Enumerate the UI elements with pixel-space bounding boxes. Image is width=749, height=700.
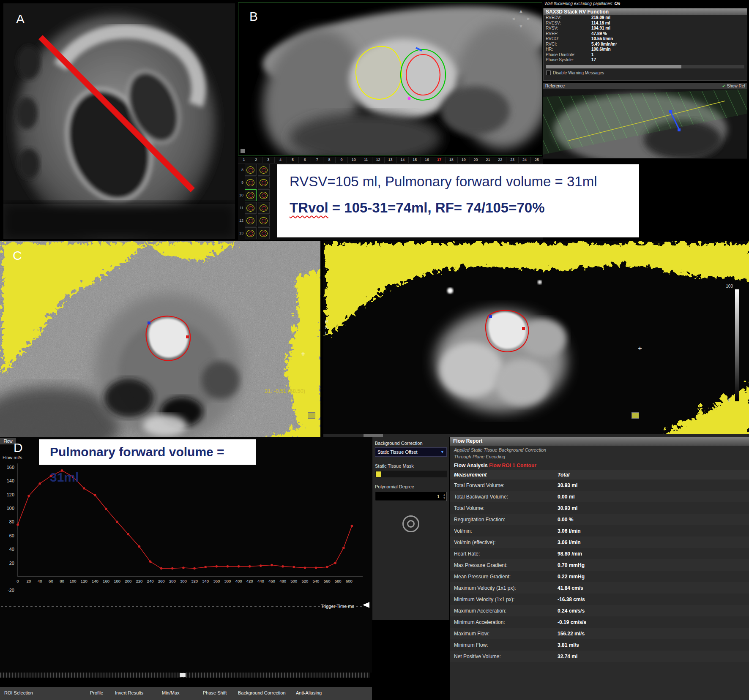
x-tick-label: 500	[290, 579, 297, 583]
rv-metric-row: RVESV:114.18 ml	[544, 21, 747, 26]
rv-metric-row: Phase Diastole:1	[544, 52, 747, 58]
thumbnail-cell[interactable]	[245, 202, 257, 214]
frame-number[interactable]: 22	[494, 157, 506, 163]
frame-number[interactable]: 4	[275, 157, 287, 163]
roi-handle-red[interactable]	[186, 335, 189, 338]
frame-number[interactable]: 2	[250, 157, 262, 163]
roi-handle-red[interactable]	[522, 327, 525, 330]
flow-analysis-value: Flow ROI 1 Contour	[489, 463, 536, 468]
wall-thickening-note: Wall thickening excluding papillaries: O…	[544, 1, 747, 7]
flow-curve-point	[238, 565, 240, 568]
background-correction-dropdown[interactable]: Static Tissue Offset ▼	[375, 447, 447, 457]
background-correction-title: Background Correction	[375, 441, 447, 446]
flow-report-subtitle2: Through Plane Encoding	[450, 452, 749, 459]
phase-slider-thumb[interactable]	[546, 65, 681, 68]
frame-number[interactable]: 18	[446, 157, 458, 163]
thumbnail-cell[interactable]	[258, 215, 270, 226]
pan-left-icon[interactable]: ◄	[511, 16, 516, 21]
orientation-letter: I	[325, 331, 328, 337]
frame-number[interactable]: 17	[433, 157, 446, 163]
toolbar-item-background-correction[interactable]: Background Correction	[238, 690, 286, 695]
frame-number[interactable]: 13	[385, 157, 397, 163]
pan-right-icon[interactable]: ►	[526, 16, 531, 21]
thumbnail-cell[interactable]	[258, 202, 270, 214]
thumbnail-cell[interactable]	[245, 164, 257, 176]
phase-image-viewport-right[interactable]: RAI 100 0 +	[323, 241, 749, 437]
frame-number[interactable]: 7	[311, 157, 323, 163]
scrollbar-thumb[interactable]	[364, 434, 383, 437]
reference-image[interactable]	[543, 89, 747, 158]
frame-number[interactable]: 24	[519, 157, 531, 163]
measurement-value: 41.84 cm/s	[558, 585, 583, 591]
roi-handle-blue[interactable]	[489, 315, 492, 318]
frame-number[interactable]: 9	[336, 157, 348, 163]
frame-number[interactable]: 23	[506, 157, 519, 163]
contour-viewport-b[interactable]: ▲ ◄ ► ▼	[238, 3, 542, 155]
cube-icon[interactable]	[308, 412, 315, 419]
thumbnail-cell[interactable]	[258, 189, 270, 201]
toolbar-item-roi-selection[interactable]: ROI Selection	[4, 690, 33, 695]
flow-curve-point	[227, 565, 229, 568]
polynomial-degree-input[interactable]: 1 ▲ ▼	[375, 492, 447, 501]
thumbnail-cell[interactable]	[258, 164, 270, 176]
toolbar-item-min-max[interactable]: Min/Max	[162, 690, 180, 695]
frame-number[interactable]: 8	[323, 157, 336, 163]
zoom-plus-icon[interactable]: +	[638, 344, 642, 353]
frame-number[interactable]: 25	[531, 157, 543, 163]
rv-endo-contour[interactable]	[356, 46, 402, 99]
frame-number[interactable]: 21	[482, 157, 495, 163]
measurement-value: 30.93 ml	[558, 482, 577, 488]
measurement-value: 3.06 l/min	[558, 528, 581, 534]
cube-icon[interactable]	[631, 412, 639, 419]
frame-number[interactable]: 16	[421, 157, 433, 163]
flow-curve-point	[216, 565, 218, 568]
disable-warnings-label: Disable Warning Messages	[553, 71, 604, 75]
phase-slider[interactable]	[546, 65, 744, 68]
lv-endo-contour[interactable]	[406, 54, 440, 95]
cine-viewport-a[interactable]	[3, 3, 235, 239]
spinner-down-icon[interactable]: ▼	[443, 496, 446, 500]
orientation-letter: A	[325, 325, 328, 331]
checkbox-icon[interactable]	[546, 71, 551, 75]
toolbar-item-profile[interactable]: Profile	[90, 690, 103, 695]
scrub-thumb[interactable]	[180, 673, 186, 677]
flow-toolbar: ROI SelectionProfileInvert ResultsMin/Ma…	[0, 687, 372, 700]
frame-number[interactable]: 19	[458, 157, 470, 163]
frame-number[interactable]: 1	[238, 157, 250, 163]
measurement-label: Minimum Acceleration:	[454, 619, 558, 625]
mask-color-swatch[interactable]	[376, 471, 381, 477]
frame-number[interactable]: 3	[262, 157, 275, 163]
toolbar-item-anti-aliasing[interactable]: Anti-Aliasing	[296, 690, 322, 695]
horizontal-scrollbar[interactable]	[323, 434, 749, 437]
thumbnail-cell[interactable]	[258, 227, 270, 239]
phase-image-viewport-left[interactable]: 31: -0.51 (68.50) +	[0, 241, 320, 437]
measurement-label: Minimum Flow:	[454, 642, 558, 648]
thumbnail-cell[interactable]	[245, 189, 257, 201]
show-ref-toggle[interactable]: ✔ Show Ref	[722, 84, 745, 88]
disable-warnings-row[interactable]: Disable Warning Messages	[544, 70, 747, 76]
pan-up-icon[interactable]: ▲	[519, 9, 523, 14]
zoom-plus-icon[interactable]: +	[301, 350, 305, 358]
toolbar-item-phase-shift[interactable]: Phase Shift	[203, 690, 227, 695]
toolbar-item-invert-results[interactable]: Invert Results	[115, 690, 143, 695]
measurement-value: 3.06 l/min	[558, 539, 581, 545]
frame-number[interactable]: 20	[470, 157, 482, 163]
roi-handle-blue[interactable]	[148, 321, 150, 324]
trigger-marker-icon[interactable]	[363, 602, 369, 608]
frame-number[interactable]: 12	[372, 157, 385, 163]
thumbnail-cell[interactable]	[258, 177, 270, 188]
frame-number[interactable]: 10	[348, 157, 360, 163]
thumbnail-cell[interactable]	[245, 177, 257, 188]
thumbnail-cell[interactable]	[245, 227, 257, 239]
pan-down-icon[interactable]: ▼	[519, 24, 523, 29]
frame-number[interactable]: 14	[396, 157, 409, 163]
frame-number[interactable]: 6	[299, 157, 311, 163]
flow-curve-point	[94, 494, 96, 496]
propagate-icon[interactable]	[402, 515, 419, 532]
frame-number[interactable]: 15	[409, 157, 421, 163]
frame-number[interactable]: 11	[360, 157, 372, 163]
spinner-up-icon[interactable]: ▲	[443, 493, 446, 496]
x-tick-label: 200	[125, 579, 131, 583]
frame-number[interactable]: 5	[287, 157, 299, 163]
thumbnail-cell[interactable]	[245, 215, 257, 226]
